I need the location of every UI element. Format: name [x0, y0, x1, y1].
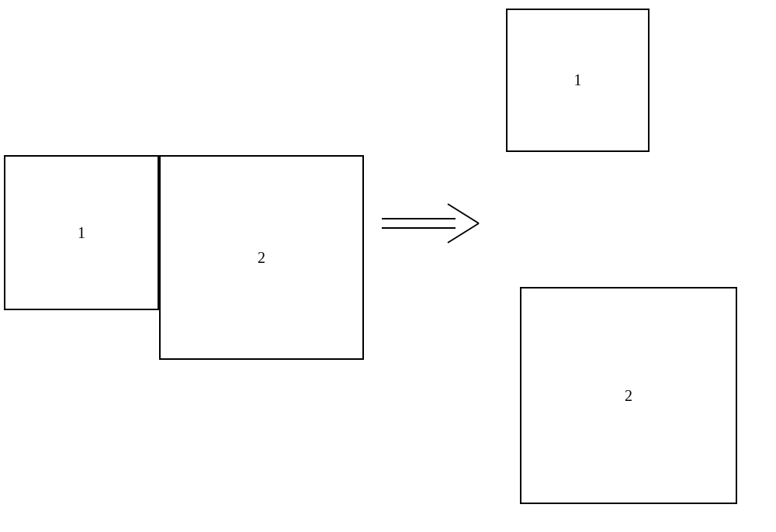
double-arrow-icon	[382, 200, 483, 247]
right-box-1-label: 1	[574, 71, 582, 89]
svg-line-3	[448, 223, 479, 243]
right-box-2-label: 2	[625, 387, 632, 405]
right-box-2: 2	[520, 287, 737, 504]
left-box-1-label: 1	[78, 224, 85, 242]
left-box-1: 1	[4, 155, 159, 310]
right-box-1: 1	[506, 9, 650, 152]
left-box-2: 2	[159, 155, 364, 360]
left-box-2-label: 2	[258, 249, 265, 267]
svg-line-2	[448, 204, 479, 223]
